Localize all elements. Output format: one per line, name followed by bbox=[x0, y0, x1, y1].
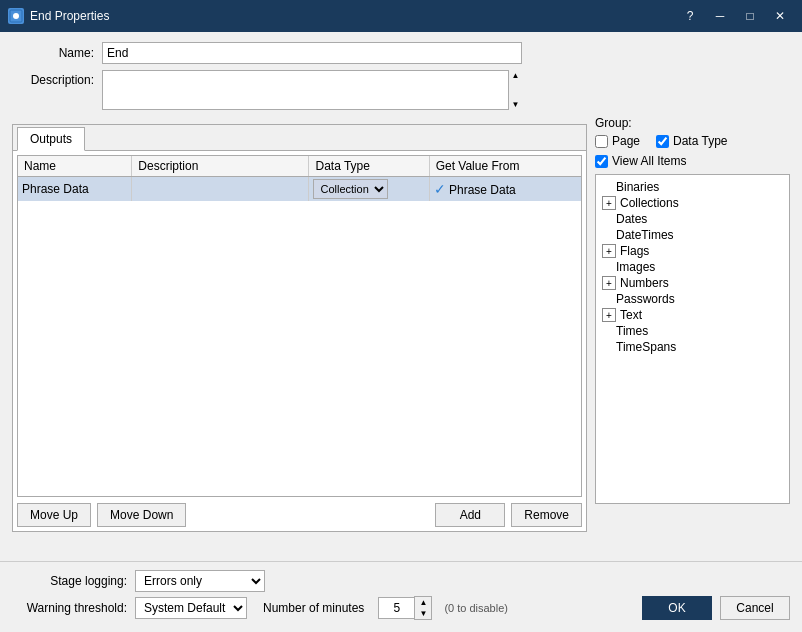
table-empty-area bbox=[18, 201, 581, 496]
view-all-row: View All Items bbox=[595, 154, 790, 168]
tree-label-passwords: Passwords bbox=[616, 292, 675, 306]
right-panel: Group: Page Data Type View All Items bbox=[595, 116, 790, 540]
tree-label-times: Times bbox=[616, 324, 648, 338]
outputs-table: Name Description Data Type Get Value Fro… bbox=[18, 156, 581, 201]
tree-item-timespans[interactable]: TimeSpans bbox=[600, 339, 785, 355]
spinbox-down[interactable]: ▼ bbox=[415, 608, 431, 619]
row-desc-input[interactable] bbox=[136, 182, 304, 196]
tree-label-datetimes: DateTimes bbox=[616, 228, 674, 242]
tab-outputs[interactable]: Outputs bbox=[17, 127, 85, 151]
cancel-button[interactable]: Cancel bbox=[720, 596, 790, 620]
warning-threshold-label: Warning threshold: bbox=[12, 601, 127, 615]
row-name-input[interactable] bbox=[22, 182, 127, 196]
warning-threshold-row: Warning threshold: System Default Custom… bbox=[12, 596, 790, 620]
tree-label-binaries: Binaries bbox=[616, 180, 659, 194]
cell-getvalue: ✓ Phrase Data bbox=[429, 177, 581, 202]
minutes-spinbox: ▲ ▼ bbox=[378, 596, 432, 620]
tree-label-images: Images bbox=[616, 260, 655, 274]
action-buttons-row: Move Up Move Down Add Remove bbox=[17, 503, 582, 527]
outputs-table-container: Name Description Data Type Get Value Fro… bbox=[17, 155, 582, 497]
help-button[interactable]: ? bbox=[676, 5, 704, 27]
name-row: Name: bbox=[12, 42, 790, 64]
description-textarea[interactable] bbox=[102, 70, 522, 110]
tree-item-images[interactable]: Images bbox=[600, 259, 785, 275]
tree-item-numbers[interactable]: + Numbers bbox=[600, 275, 785, 291]
tree-label-dates: Dates bbox=[616, 212, 647, 226]
move-down-button[interactable]: Move Down bbox=[97, 503, 186, 527]
cell-description bbox=[132, 177, 309, 202]
ok-button[interactable]: OK bbox=[642, 596, 712, 620]
tree-label-timespans: TimeSpans bbox=[616, 340, 676, 354]
warning-threshold-select[interactable]: System Default Custom bbox=[135, 597, 247, 619]
col-name: Name bbox=[18, 156, 132, 177]
tree-item-flags[interactable]: + Flags bbox=[600, 243, 785, 259]
disable-hint: (0 to disable) bbox=[444, 602, 508, 614]
datatype-select[interactable]: Collection bbox=[313, 179, 388, 199]
col-getvalue: Get Value From bbox=[429, 156, 581, 177]
dialog-title: End Properties bbox=[30, 9, 109, 23]
tree-item-dates[interactable]: Dates bbox=[600, 211, 785, 227]
datatype-checkbox-label: Data Type bbox=[673, 134, 727, 148]
app-icon bbox=[8, 8, 24, 24]
textarea-scrollbar: ▲ ▼ bbox=[508, 70, 522, 110]
numbers-expander[interactable]: + bbox=[602, 276, 616, 290]
stage-logging-label: Stage logging: bbox=[12, 574, 127, 588]
col-datatype: Data Type bbox=[309, 156, 429, 177]
minimize-button[interactable]: ─ bbox=[706, 5, 734, 27]
tree-item-datetimes[interactable]: DateTimes bbox=[600, 227, 785, 243]
tree-item-times[interactable]: Times bbox=[600, 323, 785, 339]
group-label: Group: bbox=[595, 116, 790, 130]
page-checkbox[interactable] bbox=[595, 135, 608, 148]
cell-datatype: Collection bbox=[309, 177, 429, 202]
name-input[interactable] bbox=[102, 42, 522, 64]
tree-label-flags: Flags bbox=[620, 244, 649, 258]
tree-label-numbers: Numbers bbox=[620, 276, 669, 290]
group-checkboxes: Page Data Type bbox=[595, 134, 790, 148]
dialog-content: Name: Description: ▲ ▼ Outputs bbox=[0, 32, 802, 550]
view-all-checkbox[interactable] bbox=[595, 155, 608, 168]
close-button[interactable]: ✕ bbox=[766, 5, 794, 27]
tree-label-text: Text bbox=[620, 308, 642, 322]
page-checkbox-label: Page bbox=[612, 134, 640, 148]
datatype-checkbox[interactable] bbox=[656, 135, 669, 148]
stage-logging-select[interactable]: Errors only All None bbox=[135, 570, 265, 592]
add-button[interactable]: Add bbox=[435, 503, 505, 527]
svg-point-1 bbox=[13, 13, 19, 19]
tree-item-passwords[interactable]: Passwords bbox=[600, 291, 785, 307]
number-of-minutes-label: Number of minutes bbox=[263, 601, 364, 615]
datatype-checkbox-row: Data Type bbox=[656, 134, 727, 148]
bottom-bar: Stage logging: Errors only All None Warn… bbox=[0, 561, 802, 632]
tree-container[interactable]: Binaries + Collections Dates DateTimes bbox=[595, 174, 790, 504]
minutes-input[interactable] bbox=[378, 597, 414, 619]
maximize-button[interactable]: □ bbox=[736, 5, 764, 27]
name-label: Name: bbox=[12, 46, 102, 60]
spinbox-controls: ▲ ▼ bbox=[414, 596, 432, 620]
flags-expander[interactable]: + bbox=[602, 244, 616, 258]
stage-logging-row: Stage logging: Errors only All None bbox=[12, 570, 790, 592]
move-up-button[interactable]: Move Up bbox=[17, 503, 91, 527]
collections-expander[interactable]: + bbox=[602, 196, 616, 210]
check-icon: ✓ bbox=[434, 181, 446, 197]
cell-name bbox=[18, 177, 132, 202]
description-row: Description: ▲ ▼ bbox=[12, 70, 790, 110]
spinbox-up[interactable]: ▲ bbox=[415, 597, 431, 608]
table-row[interactable]: Collection ✓ Phrase Data bbox=[18, 177, 581, 202]
getvalue-text: Phrase Data bbox=[449, 183, 516, 197]
col-description: Description bbox=[132, 156, 309, 177]
tree-label-collections: Collections bbox=[620, 196, 679, 210]
window-controls: ? ─ □ ✕ bbox=[676, 5, 794, 27]
description-label: Description: bbox=[12, 70, 102, 87]
text-expander[interactable]: + bbox=[602, 308, 616, 322]
tab-header: Outputs bbox=[13, 125, 586, 151]
tree-item-text[interactable]: + Text bbox=[600, 307, 785, 323]
tab-section: Outputs Name Description Data Type Get V… bbox=[12, 124, 587, 532]
view-all-label: View All Items bbox=[612, 154, 686, 168]
tree-item-collections[interactable]: + Collections bbox=[600, 195, 785, 211]
page-checkbox-row: Page bbox=[595, 134, 640, 148]
remove-button[interactable]: Remove bbox=[511, 503, 582, 527]
tree-item-binaries[interactable]: Binaries bbox=[600, 179, 785, 195]
title-bar: End Properties ? ─ □ ✕ bbox=[0, 0, 802, 32]
